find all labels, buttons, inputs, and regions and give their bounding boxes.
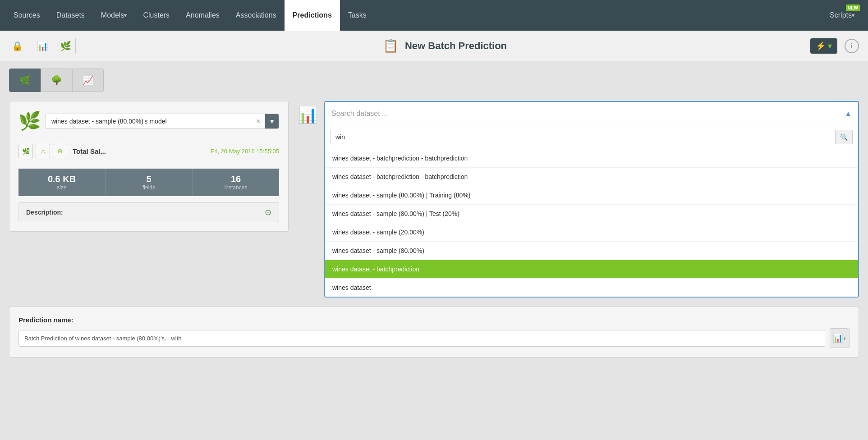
nav-item-anomalies[interactable]: Anomalies — [178, 0, 228, 31]
dataset-header-arrow-btn[interactable]: ▲ — [845, 110, 852, 118]
dataset-item-5[interactable]: wines dataset - sample (20.00%) — [325, 223, 858, 242]
model-dropdown-value: wines dataset - sample (80.00%)'s model — [46, 114, 252, 128]
dataset-item-4[interactable]: wines dataset - sample (80.00%) | Test (… — [325, 205, 858, 223]
left-panel: 🌿 wines dataset - sample (80.00%)'s mode… — [9, 101, 289, 232]
model-dropdown[interactable]: wines dataset - sample (80.00%)'s model … — [46, 114, 279, 129]
dataset-item-6[interactable]: wines dataset - sample (80.00%) — [325, 242, 858, 260]
panels-row: 🌿 wines dataset - sample (80.00%)'s mode… — [9, 101, 859, 298]
model-name: Total Sal... — [73, 147, 205, 155]
model-type-icon-2[interactable]: △ — [36, 144, 50, 158]
stat-size-value: 0.6 KB — [22, 174, 101, 184]
description-toggle-btn[interactable]: ⊙ — [265, 207, 271, 217]
dataset-selector-container: Search dataset ... ▲ 🔍 wines dataset - b… — [324, 101, 859, 298]
header-left-icons: 🔒 📊 🌿 — [9, 38, 79, 54]
stat-fields: 5 fields — [106, 169, 193, 196]
dataset-item-8[interactable]: wines dataset — [325, 279, 858, 297]
new-badge: NEW — [846, 5, 860, 11]
nav-item-models[interactable]: Models — [93, 0, 135, 31]
stats-row: 0.6 KB size 5 fields 16 instances — [18, 169, 279, 196]
model-date: Fri, 20 May 2016 15:55:05 — [211, 148, 279, 155]
model-selector-row: 🌿 wines dataset - sample (80.00%)'s mode… — [18, 110, 279, 132]
description-label: Description: — [26, 209, 63, 216]
dataset-list: wines dataset - batchprediction - batchp… — [325, 149, 858, 297]
dataset-search-submit-btn[interactable]: 🔍 — [835, 130, 853, 144]
model-dropdown-clear-btn[interactable]: ✕ — [252, 114, 265, 128]
nav-scripts-label: Scripts — [830, 11, 852, 19]
stat-fields-label: fields — [109, 184, 188, 191]
dataset-item-2[interactable]: wines dataset - batchprediction - batchp… — [325, 168, 858, 186]
add-to-dashboard-btn[interactable]: 📊+ — [830, 328, 850, 348]
stat-instances: 16 instances — [193, 169, 279, 196]
header-bar: 🔒 📊 🌿 📋 New Batch Prediction ⚡ ▾ i — [0, 31, 868, 61]
pred-name-row: 📊+ — [18, 328, 850, 348]
chart-icon[interactable]: 📊 — [34, 38, 51, 54]
stat-size-label: size — [22, 184, 101, 191]
type-btn-tree[interactable]: 🌿 — [9, 69, 41, 92]
dataset-item-3[interactable]: wines dataset - sample (80.00%) | Traini… — [325, 186, 858, 205]
header-right-icons: ⚡ ▾ i — [810, 38, 859, 54]
nav-item-associations[interactable]: Associations — [228, 0, 285, 31]
model-type-icon-1[interactable]: 🌿 — [18, 144, 33, 158]
type-btn-ensemble[interactable]: 🌳 — [41, 69, 72, 92]
stat-instances-value: 16 — [196, 174, 276, 184]
stat-size: 0.6 KB size — [18, 169, 106, 196]
right-panel-top: 📊 Search dataset ... ▲ 🔍 wines dataset -… — [298, 101, 859, 298]
stat-instances-label: instances — [196, 184, 276, 191]
content-area: 🌿 🌳 📈 🌿 wines dataset - sample (80.00%)'… — [0, 61, 868, 440]
action-button[interactable]: ⚡ ▾ — [810, 38, 837, 54]
nav-item-datasets[interactable]: Datasets — [48, 0, 93, 31]
header-title-area: 📋 New Batch Prediction — [79, 38, 810, 53]
batch-prediction-icon: 📋 — [383, 38, 399, 53]
model-tree-icon: 🌿 — [18, 110, 41, 132]
top-navigation: Sources Datasets Models Clusters Anomali… — [0, 0, 868, 31]
nav-scripts-button[interactable]: Scripts NEW — [822, 0, 863, 31]
dataset-bars-icon: 📊 — [298, 101, 318, 124]
dataset-item-7[interactable]: wines dataset - batchprediction — [325, 260, 858, 279]
model-type-icons: 🌿 △ ⊕ — [18, 144, 67, 158]
pred-name-label: Prediction name: — [18, 316, 850, 324]
model-info-row: 🌿 △ ⊕ Total Sal... Fri, 20 May 2016 15:5… — [18, 140, 279, 162]
nav-item-predictions[interactable]: Predictions — [285, 0, 340, 31]
nav-item-clusters[interactable]: Clusters — [135, 0, 178, 31]
dataset-search-input-row: 🔍 — [325, 125, 858, 149]
nav-item-tasks[interactable]: Tasks — [340, 0, 375, 31]
dataset-search-input[interactable] — [331, 130, 835, 144]
info-button[interactable]: i — [845, 39, 859, 53]
dataset-search-header: Search dataset ... ▲ — [325, 102, 858, 125]
dataset-search-label: Search dataset ... — [331, 110, 845, 118]
dataset-item-1[interactable]: wines dataset - batchprediction - batchp… — [325, 149, 858, 168]
model-type-icon-3[interactable]: ⊕ — [53, 144, 67, 158]
right-panel: 📊 Search dataset ... ▲ 🔍 wines dataset -… — [298, 101, 859, 298]
description-row: Description: ⊙ — [18, 202, 279, 222]
model-dropdown-arrow-btn[interactable]: ▼ — [265, 114, 279, 128]
tree-icon[interactable]: 🌿 — [60, 38, 76, 54]
dataset-dropdown-wrapper: Search dataset ... ▲ 🔍 wines dataset - b… — [324, 101, 859, 298]
stat-fields-value: 5 — [109, 174, 188, 184]
page-title: New Batch Prediction — [405, 40, 507, 52]
type-selector: 🌿 🌳 📈 — [9, 69, 859, 92]
bottom-section: Prediction name: 📊+ — [9, 307, 859, 358]
type-btn-logistic[interactable]: 📈 — [72, 69, 104, 92]
lock-icon[interactable]: 🔒 — [9, 38, 25, 54]
nav-item-sources[interactable]: Sources — [5, 0, 48, 31]
pred-name-input[interactable] — [18, 330, 825, 347]
